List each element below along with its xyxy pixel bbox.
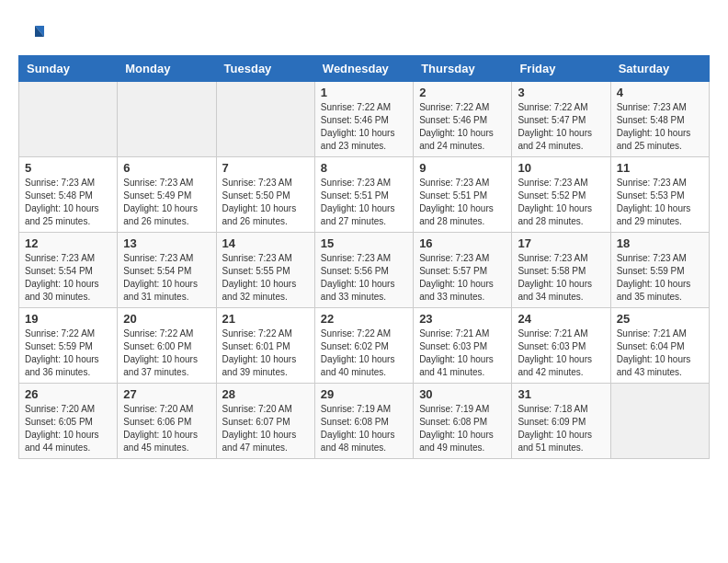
calendar-cell: 30Sunrise: 7:19 AM Sunset: 6:08 PM Dayli…: [414, 384, 512, 459]
day-info: Sunrise: 7:23 AM Sunset: 5:53 PM Dayligh…: [617, 177, 703, 228]
day-number: 23: [419, 312, 506, 326]
calendar-cell: 2Sunrise: 7:22 AM Sunset: 5:46 PM Daylig…: [414, 82, 512, 157]
calendar-cell: 9Sunrise: 7:23 AM Sunset: 5:51 PM Daylig…: [414, 157, 512, 233]
calendar-cell: 24Sunrise: 7:21 AM Sunset: 6:03 PM Dayli…: [512, 308, 610, 384]
day-number: 2: [419, 86, 506, 99]
day-number: 17: [518, 236, 604, 250]
day-number: 3: [518, 86, 604, 99]
calendar-cell: 3Sunrise: 7:22 AM Sunset: 5:47 PM Daylig…: [512, 82, 610, 157]
day-info: Sunrise: 7:19 AM Sunset: 6:08 PM Dayligh…: [321, 403, 407, 454]
day-number: 21: [222, 312, 309, 326]
calendar-cell: 15Sunrise: 7:23 AM Sunset: 5:56 PM Dayli…: [314, 233, 413, 308]
column-header-tuesday: Tuesday: [216, 56, 314, 82]
calendar-week-4: 19Sunrise: 7:22 AM Sunset: 5:59 PM Dayli…: [19, 308, 710, 384]
column-header-friday: Friday: [512, 56, 610, 82]
day-number: 31: [518, 387, 604, 401]
day-number: 27: [123, 387, 210, 401]
day-info: Sunrise: 7:22 AM Sunset: 5:46 PM Dayligh…: [321, 101, 407, 153]
day-info: Sunrise: 7:19 AM Sunset: 6:08 PM Dayligh…: [419, 403, 506, 454]
day-info: Sunrise: 7:23 AM Sunset: 5:56 PM Dayligh…: [321, 252, 407, 304]
calendar-cell: 20Sunrise: 7:22 AM Sunset: 6:00 PM Dayli…: [118, 308, 216, 384]
calendar-cell: 18Sunrise: 7:23 AM Sunset: 5:59 PM Dayli…: [610, 233, 709, 308]
day-info: Sunrise: 7:20 AM Sunset: 6:07 PM Dayligh…: [222, 403, 309, 454]
calendar-week-2: 5Sunrise: 7:23 AM Sunset: 5:48 PM Daylig…: [19, 157, 710, 233]
day-info: Sunrise: 7:23 AM Sunset: 5:54 PM Dayligh…: [123, 252, 210, 304]
day-number: 16: [419, 236, 506, 250]
day-number: 10: [518, 161, 604, 175]
calendar-cell: 27Sunrise: 7:20 AM Sunset: 6:06 PM Dayli…: [118, 384, 216, 459]
day-number: 9: [419, 161, 506, 175]
day-number: 24: [518, 312, 604, 326]
day-number: 28: [222, 387, 309, 401]
calendar-cell: 23Sunrise: 7:21 AM Sunset: 6:03 PM Dayli…: [414, 308, 512, 384]
day-info: Sunrise: 7:21 AM Sunset: 6:03 PM Dayligh…: [419, 327, 506, 379]
calendar-cell: 25Sunrise: 7:21 AM Sunset: 6:04 PM Dayli…: [610, 308, 709, 384]
day-info: Sunrise: 7:18 AM Sunset: 6:09 PM Dayligh…: [518, 403, 604, 454]
calendar-cell: 14Sunrise: 7:23 AM Sunset: 5:55 PM Dayli…: [216, 233, 314, 308]
calendar-cell: 17Sunrise: 7:23 AM Sunset: 5:58 PM Dayli…: [512, 233, 610, 308]
calendar-table: SundayMondayTuesdayWednesdayThursdayFrid…: [18, 55, 710, 459]
calendar-week-5: 26Sunrise: 7:20 AM Sunset: 6:05 PM Dayli…: [19, 384, 710, 459]
day-info: Sunrise: 7:23 AM Sunset: 5:52 PM Dayligh…: [518, 177, 604, 228]
day-info: Sunrise: 7:22 AM Sunset: 5:59 PM Dayligh…: [25, 327, 111, 379]
column-header-wednesday: Wednesday: [314, 56, 413, 82]
column-header-thursday: Thursday: [414, 56, 512, 82]
calendar-cell: 31Sunrise: 7:18 AM Sunset: 6:09 PM Dayli…: [512, 384, 610, 459]
calendar-cell: 11Sunrise: 7:23 AM Sunset: 5:53 PM Dayli…: [610, 157, 709, 233]
calendar-cell: [216, 82, 314, 157]
column-header-monday: Monday: [118, 56, 216, 82]
day-info: Sunrise: 7:21 AM Sunset: 6:04 PM Dayligh…: [617, 327, 703, 379]
logo: [18, 18, 50, 46]
calendar-cell: 10Sunrise: 7:23 AM Sunset: 5:52 PM Dayli…: [512, 157, 610, 233]
day-number: 15: [321, 236, 407, 250]
day-number: 13: [123, 236, 210, 250]
day-info: Sunrise: 7:23 AM Sunset: 5:49 PM Dayligh…: [123, 177, 210, 228]
calendar-header-row: SundayMondayTuesdayWednesdayThursdayFrid…: [19, 56, 710, 82]
day-info: Sunrise: 7:22 AM Sunset: 6:01 PM Dayligh…: [222, 327, 309, 379]
column-header-sunday: Sunday: [19, 56, 118, 82]
day-info: Sunrise: 7:22 AM Sunset: 6:00 PM Dayligh…: [123, 327, 210, 379]
calendar-cell: 28Sunrise: 7:20 AM Sunset: 6:07 PM Dayli…: [216, 384, 314, 459]
calendar-cell: 8Sunrise: 7:23 AM Sunset: 5:51 PM Daylig…: [314, 157, 413, 233]
day-info: Sunrise: 7:22 AM Sunset: 5:47 PM Dayligh…: [518, 101, 604, 153]
calendar-cell: 19Sunrise: 7:22 AM Sunset: 5:59 PM Dayli…: [19, 308, 118, 384]
calendar-week-1: 1Sunrise: 7:22 AM Sunset: 5:46 PM Daylig…: [19, 82, 710, 157]
day-number: 5: [25, 161, 111, 175]
day-info: Sunrise: 7:23 AM Sunset: 5:54 PM Dayligh…: [25, 252, 111, 304]
day-number: 6: [123, 161, 210, 175]
calendar-cell: 4Sunrise: 7:23 AM Sunset: 5:48 PM Daylig…: [610, 82, 709, 157]
day-number: 1: [321, 86, 407, 99]
day-number: 7: [222, 161, 309, 175]
day-number: 11: [617, 161, 703, 175]
day-number: 18: [617, 236, 703, 250]
day-info: Sunrise: 7:23 AM Sunset: 5:58 PM Dayligh…: [518, 252, 604, 304]
page-header: [18, 18, 710, 46]
calendar-week-3: 12Sunrise: 7:23 AM Sunset: 5:54 PM Dayli…: [19, 233, 710, 308]
day-info: Sunrise: 7:23 AM Sunset: 5:57 PM Dayligh…: [419, 252, 506, 304]
day-info: Sunrise: 7:23 AM Sunset: 5:48 PM Dayligh…: [25, 177, 111, 228]
day-info: Sunrise: 7:23 AM Sunset: 5:48 PM Dayligh…: [617, 101, 703, 153]
calendar-cell: 26Sunrise: 7:20 AM Sunset: 6:05 PM Dayli…: [19, 384, 118, 459]
calendar-cell: 1Sunrise: 7:22 AM Sunset: 5:46 PM Daylig…: [314, 82, 413, 157]
day-info: Sunrise: 7:23 AM Sunset: 5:55 PM Dayligh…: [222, 252, 309, 304]
day-info: Sunrise: 7:20 AM Sunset: 6:06 PM Dayligh…: [123, 403, 210, 454]
day-number: 30: [419, 387, 506, 401]
day-number: 25: [617, 312, 703, 326]
day-number: 8: [321, 161, 407, 175]
calendar-cell: [19, 82, 118, 157]
calendar-cell: 12Sunrise: 7:23 AM Sunset: 5:54 PM Dayli…: [19, 233, 118, 308]
day-number: 4: [617, 86, 703, 99]
day-info: Sunrise: 7:23 AM Sunset: 5:51 PM Dayligh…: [419, 177, 506, 228]
day-number: 12: [25, 236, 111, 250]
day-info: Sunrise: 7:23 AM Sunset: 5:51 PM Dayligh…: [321, 177, 407, 228]
day-number: 26: [25, 387, 111, 401]
day-info: Sunrise: 7:22 AM Sunset: 5:46 PM Dayligh…: [419, 101, 506, 153]
day-info: Sunrise: 7:23 AM Sunset: 5:50 PM Dayligh…: [222, 177, 309, 228]
day-info: Sunrise: 7:21 AM Sunset: 6:03 PM Dayligh…: [518, 327, 604, 379]
column-header-saturday: Saturday: [610, 56, 709, 82]
day-info: Sunrise: 7:20 AM Sunset: 6:05 PM Dayligh…: [25, 403, 111, 454]
logo-icon: [18, 18, 46, 46]
day-number: 14: [222, 236, 309, 250]
calendar-cell: [118, 82, 216, 157]
day-number: 29: [321, 387, 407, 401]
